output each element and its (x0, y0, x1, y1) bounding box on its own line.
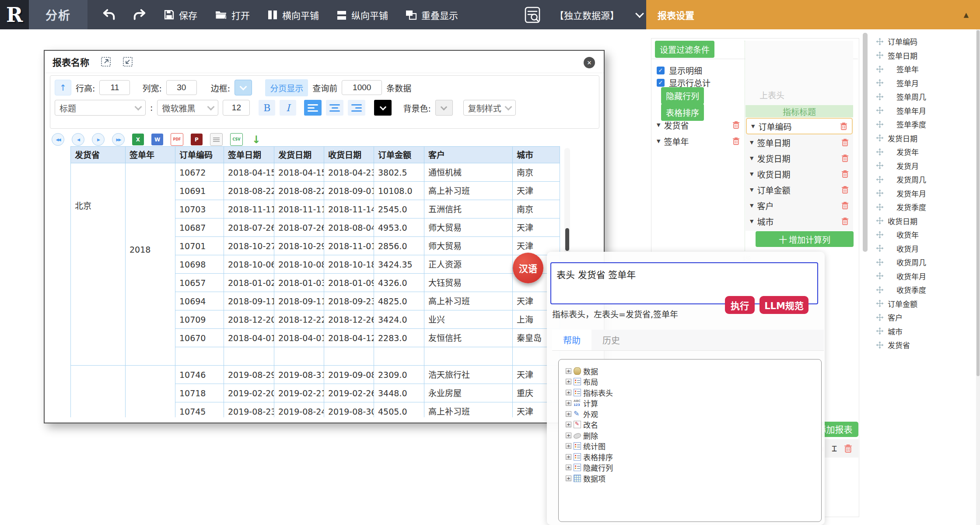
draggable-field-item[interactable]: 发货年 (870, 145, 976, 159)
row-field-item[interactable]: ▼ 签单年 (652, 133, 740, 149)
move-handle-icon[interactable] (876, 134, 884, 142)
metric-field-item[interactable]: ▼ 发货日期 (746, 150, 853, 166)
delete-field-icon[interactable] (841, 138, 849, 147)
cell-order-id[interactable]: 10694 (175, 292, 224, 310)
cell-receive-date[interactable]: 2018-12-26 (324, 310, 374, 329)
cell-receive-date[interactable]: 2019-02-26 (324, 384, 374, 402)
cell-receive-date[interactable] (324, 347, 374, 366)
move-handle-icon[interactable] (876, 38, 884, 46)
paging-toggle-button[interactable]: 分页显示 (265, 79, 308, 96)
column-header[interactable]: 发货日期 (274, 147, 324, 163)
expand-plus-icon[interactable]: + (566, 433, 571, 438)
group-cell-year[interactable]: 2018 (126, 163, 175, 366)
page-scrollbar-thumb[interactable] (976, 30, 980, 376)
move-handle-icon[interactable] (876, 203, 884, 211)
tile-vertical-button[interactable]: 纵向平铺 (336, 8, 388, 21)
metric-field-item[interactable]: ▼ 客户 (746, 197, 853, 213)
cell-receive-date[interactable]: 2018-10-18 (324, 255, 374, 274)
tab-help[interactable]: 帮助 (552, 330, 592, 350)
column-header[interactable]: 客户 (424, 147, 513, 163)
border-style-dropdown[interactable] (234, 80, 252, 95)
metric-field-item[interactable]: ▼ 收货日期 (746, 166, 853, 182)
cell-customer[interactable]: 浩天旅行社 (424, 366, 513, 384)
draggable-field-item[interactable]: 发货周几 (870, 173, 976, 187)
cell-city[interactable]: 南京 (513, 200, 560, 218)
style-target-dropdown[interactable]: 标题 (55, 100, 146, 116)
ime-language-badge[interactable]: 汉语 (513, 253, 543, 283)
cell-order-id[interactable]: 10657 (175, 274, 224, 292)
cell-receive-date[interactable]: 2018-01-09 (324, 274, 374, 292)
move-handle-icon[interactable] (876, 299, 884, 307)
cell-order-id[interactable]: 10718 (175, 384, 224, 402)
save-button[interactable]: 保存 (164, 8, 197, 21)
expand-plus-icon[interactable]: + (566, 422, 571, 427)
delete-field-icon[interactable] (841, 154, 849, 162)
move-handle-icon[interactable] (876, 176, 884, 183)
delete-field-icon[interactable] (841, 201, 849, 210)
cell-receive-date[interactable]: 2018-09-01 (324, 182, 374, 200)
prev-page-button[interactable]: ◀ (72, 133, 84, 146)
cell-city[interactable]: 天津 (513, 218, 560, 237)
cell-order-id[interactable]: 10746 (175, 366, 224, 384)
show-total-checkbox[interactable]: ✓ (657, 79, 665, 87)
move-handle-icon[interactable] (876, 327, 884, 335)
draggable-field-item[interactable]: 发货日期 (870, 131, 976, 145)
metric-field-item[interactable]: ▼ 订单金额 (746, 182, 853, 197)
expand-plus-icon[interactable]: + (566, 411, 571, 417)
cell-customer[interactable]: 业兴 (424, 310, 513, 329)
cell-sign-date[interactable] (224, 347, 274, 366)
group-cell-province-next[interactable] (71, 366, 126, 417)
tree-item[interactable]: + 表格排序 (566, 451, 821, 462)
cell-amount[interactable]: 2545.0 (374, 200, 424, 218)
cell-ship-date[interactable]: 2018-11-11 (274, 200, 324, 218)
cell-amount[interactable]: 2856.0 (374, 237, 424, 255)
print-icon[interactable]: P (191, 134, 203, 145)
draggable-field-item[interactable]: 签单日期 (870, 49, 976, 63)
cell-sign-date[interactable]: 2018-04-15 (224, 163, 274, 182)
draggable-field-item[interactable]: 收货月 (870, 242, 976, 256)
align-left-button[interactable] (304, 100, 322, 116)
last-page-button[interactable]: ▶▶ (112, 133, 125, 146)
tree-item[interactable]: + 隐藏行列 (566, 462, 821, 473)
next-page-button[interactable]: ▶ (92, 133, 105, 146)
execute-button[interactable]: 执行 (725, 296, 755, 314)
cell-receive-date[interactable]: 2018-09-23 (324, 292, 374, 310)
export-pdf-icon[interactable]: PDF (171, 133, 183, 146)
row-field-item[interactable]: ▼ 发货省 (652, 117, 740, 133)
cell-customer[interactable]: 五洲信托 (424, 200, 513, 218)
draggable-field-item[interactable]: 签单年月 (870, 104, 976, 118)
cell-ship-date[interactable]: 2019-08-24 (274, 402, 324, 417)
draggable-field-item[interactable]: 发货省 (870, 338, 976, 352)
column-header[interactable]: 订单编码 (175, 147, 224, 163)
move-handle-icon[interactable] (876, 217, 884, 225)
cell-ship-date[interactable]: 2018-09-11 (274, 292, 324, 310)
draggable-field-item[interactable]: 收货日期 (870, 214, 976, 228)
app-title-tab[interactable]: 分析 (29, 0, 88, 29)
draggable-field-item[interactable]: 发货年月 (870, 187, 976, 201)
cell-customer[interactable]: 师大贸易 (424, 237, 513, 255)
cell-amount[interactable]: 3448.0 (374, 384, 424, 402)
add-calc-column-button[interactable]: 十 增加计算列 (756, 231, 854, 247)
move-handle-icon[interactable] (876, 79, 884, 87)
caret-down-icon[interactable]: ▼ (657, 122, 660, 128)
tab-history[interactable]: 历史 (592, 330, 631, 350)
report-window-titlebar[interactable]: 报表名称 (45, 51, 604, 73)
italic-button[interactable]: I (280, 100, 296, 116)
draggable-field-item[interactable]: 发货月 (870, 159, 976, 173)
delete-field-icon[interactable] (841, 217, 849, 226)
expand-plus-icon[interactable]: + (566, 390, 571, 395)
cell-sign-date[interactable]: 2018-01-02 (224, 274, 274, 292)
metric-field-item[interactable]: ▼ 城市 (746, 213, 853, 229)
rename-report-icon[interactable]: ⌶ (832, 443, 837, 454)
caret-down-icon[interactable]: ▼ (750, 171, 753, 177)
align-right-button[interactable] (348, 100, 365, 116)
move-handle-icon[interactable] (876, 65, 884, 73)
move-handle-icon[interactable] (876, 272, 884, 280)
cell-ship-date[interactable]: 2018-07-26 (274, 218, 324, 237)
overlap-windows-button[interactable]: 重叠显示 (406, 8, 458, 21)
cell-sign-date[interactable]: 2018-07-26 (224, 218, 274, 237)
move-handle-icon[interactable] (876, 148, 884, 156)
draggable-field-item[interactable]: 订单编码 (870, 35, 976, 49)
expand-plus-icon[interactable]: + (566, 368, 571, 374)
move-handle-icon[interactable] (876, 162, 884, 169)
